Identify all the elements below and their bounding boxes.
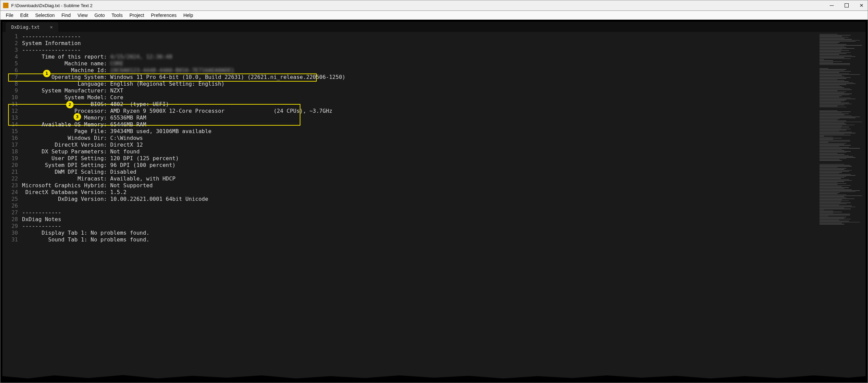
annotation-badge-3: 3 bbox=[74, 113, 81, 121]
menu-help[interactable]: Help bbox=[180, 13, 197, 18]
code-view[interactable]: 1 2 3 1234567891011121314151617181920212… bbox=[2, 32, 866, 381]
editor-area: DxDiag.txt × 1 2 3 123456789101112131415… bbox=[0, 20, 868, 383]
menu-edit[interactable]: Edit bbox=[17, 13, 32, 18]
line-gutter: 1234567891011121314151617181920212223242… bbox=[2, 32, 22, 381]
window-title: F:\Downloads\DxDiag.txt - Sublime Text 2 bbox=[11, 3, 828, 8]
window-controls bbox=[828, 2, 865, 9]
maximize-button[interactable] bbox=[843, 2, 850, 9]
menu-project[interactable]: Project bbox=[126, 13, 148, 18]
menu-view[interactable]: View bbox=[74, 13, 91, 18]
menu-find[interactable]: Find bbox=[58, 13, 74, 18]
menu-bar: File Edit Selection Find View Goto Tools… bbox=[0, 11, 868, 20]
code-lines: ------------------System Information----… bbox=[22, 32, 818, 381]
menu-goto[interactable]: Goto bbox=[91, 13, 108, 18]
close-button[interactable] bbox=[858, 2, 865, 9]
annotation-badge-2: 2 bbox=[66, 101, 74, 108]
window-titlebar: F:\Downloads\DxDiag.txt - Sublime Text 2 bbox=[0, 0, 868, 11]
tab-label: DxDiag.txt bbox=[11, 24, 40, 30]
minimap[interactable] bbox=[818, 32, 866, 381]
menu-file[interactable]: File bbox=[2, 13, 17, 18]
menu-selection[interactable]: Selection bbox=[32, 13, 58, 18]
minimize-button[interactable] bbox=[828, 2, 835, 9]
menu-tools[interactable]: Tools bbox=[108, 13, 126, 18]
app-icon bbox=[3, 3, 8, 8]
menu-preferences[interactable]: Preferences bbox=[147, 13, 180, 18]
tab-dxdiag[interactable]: DxDiag.txt × bbox=[6, 22, 58, 32]
tab-close-icon[interactable]: × bbox=[50, 24, 53, 30]
tab-bar: DxDiag.txt × bbox=[2, 22, 866, 32]
annotation-badge-1: 1 bbox=[43, 70, 51, 77]
